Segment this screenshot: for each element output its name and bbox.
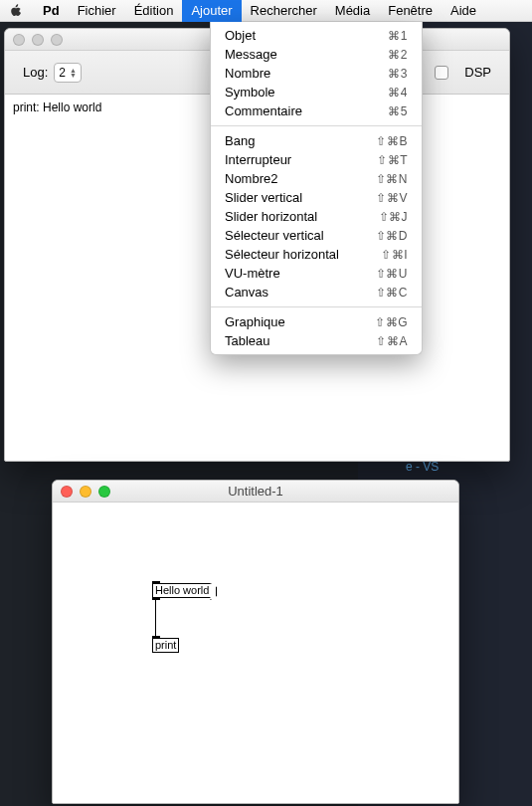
menu-ajouter[interactable]: Ajouter (182, 0, 241, 22)
titlebar[interactable]: Untitled-1 (53, 481, 458, 503)
window-title: Untitled-1 (53, 484, 458, 499)
message-box-text: Hello world (155, 584, 209, 596)
menu-app[interactable]: Pd (34, 0, 69, 22)
patch-window: Untitled-1 Hello world print (52, 480, 459, 804)
menuitem-symbole[interactable]: Symbole⌘4 (211, 83, 422, 101)
zoom-icon[interactable] (51, 34, 63, 46)
menu-fenetre[interactable]: Fenêtre (379, 0, 442, 22)
menuitem-slider-horizontal[interactable]: Slider horizontal⇧⌘J (211, 207, 422, 226)
menuitem-graphique[interactable]: Graphique⇧⌘G (211, 312, 422, 331)
menuitem-tableau[interactable]: Tableau⇧⌘A (211, 331, 422, 350)
menuitem-slider-vertical[interactable]: Slider vertical⇧⌘V (211, 188, 422, 207)
menu-edition[interactable]: Édition (125, 0, 183, 22)
apple-menu-icon[interactable] (8, 3, 24, 19)
menu-rechercher[interactable]: Rechercher (242, 0, 326, 22)
inlet-icon[interactable] (152, 581, 160, 584)
close-icon[interactable] (61, 486, 73, 498)
menuitem-interrupteur[interactable]: Interrupteur⇧⌘T (211, 150, 422, 169)
menuitem-bang[interactable]: Bang⇧⌘B (211, 131, 422, 150)
menuitem-objet[interactable]: Objet⌘1 (211, 26, 422, 45)
log-label: Log: (23, 65, 48, 80)
menuitem-commentaire[interactable]: Commentaire⌘5 (211, 101, 422, 120)
patch-wire[interactable] (155, 599, 156, 637)
menu-fichier[interactable]: Fichier (69, 0, 125, 22)
menuitem-nombre2[interactable]: Nombre2⇧⌘N (211, 169, 422, 188)
traffic-lights (13, 34, 63, 46)
separator (211, 306, 422, 307)
menuitem-canvas[interactable]: Canvas⇧⌘C (211, 283, 422, 302)
patch-canvas[interactable]: Hello world print (53, 503, 458, 803)
close-icon[interactable] (13, 34, 25, 46)
object-box-text: print (155, 639, 176, 651)
menu-media[interactable]: Média (326, 0, 379, 22)
menuitem-vumetre[interactable]: VU-mètre⇧⌘U (211, 264, 422, 283)
menuitem-selecteur-vertical[interactable]: Sélecteur vertical⇧⌘D (211, 226, 422, 245)
minimize-icon[interactable] (32, 34, 44, 46)
menu-aide[interactable]: Aide (442, 0, 485, 22)
menuitem-selecteur-horizontal[interactable]: Sélecteur horizontal⇧⌘I (211, 245, 422, 264)
dsp-label: DSP (464, 65, 491, 80)
traffic-lights (61, 486, 110, 498)
menubar: Pd Fichier Édition Ajouter Rechercher Mé… (0, 0, 532, 22)
outlet-icon[interactable] (152, 597, 160, 600)
separator (211, 125, 422, 126)
dsp-checkbox[interactable] (435, 66, 448, 80)
menuitem-nombre[interactable]: Nombre⌘3 (211, 64, 422, 83)
minimize-icon[interactable] (80, 486, 91, 498)
object-box[interactable]: print (152, 638, 179, 653)
log-level-stepper[interactable]: 2 ▲▼ (54, 63, 82, 83)
chevron-down-icon[interactable]: ▼ (70, 73, 77, 78)
zoom-icon[interactable] (98, 486, 110, 498)
menuitem-message[interactable]: Message⌘2 (211, 45, 422, 64)
inlet-icon[interactable] (152, 636, 160, 639)
dropdown-ajouter: Objet⌘1 Message⌘2 Nombre⌘3 Symbole⌘4 Com… (210, 22, 423, 355)
message-box[interactable]: Hello world (152, 583, 211, 598)
